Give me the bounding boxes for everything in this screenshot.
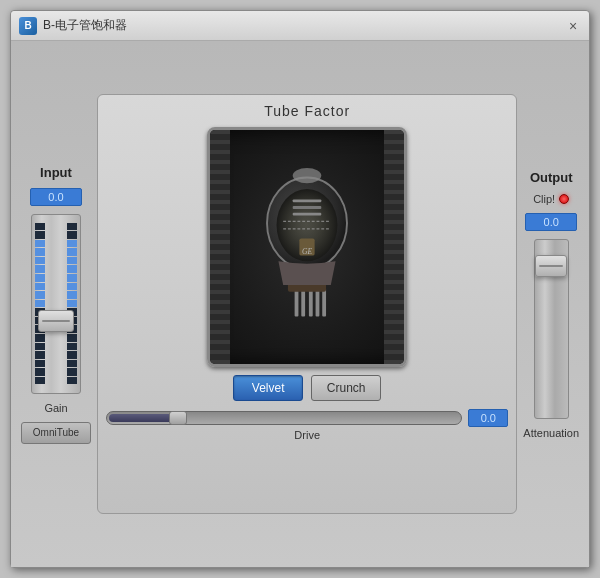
svg-rect-11: [309, 288, 313, 317]
tube-factor-title: Tube Factor: [264, 103, 350, 119]
attenuation-label: Attenuation: [523, 427, 579, 439]
svg-rect-10: [301, 288, 305, 317]
omnitube-button[interactable]: OmniTube: [21, 422, 91, 444]
drive-slider-row: 0.0: [106, 409, 508, 427]
output-value-display[interactable]: 0.0: [525, 213, 577, 231]
svg-rect-3: [293, 206, 322, 209]
close-button[interactable]: ×: [565, 18, 581, 34]
output-fader[interactable]: [534, 239, 569, 419]
clip-label: Clip!: [533, 193, 555, 205]
input-fader[interactable]: [31, 214, 81, 394]
svg-rect-4: [293, 213, 322, 216]
output-label: Output: [530, 170, 573, 185]
input-fader-thumb[interactable]: [38, 310, 74, 332]
main-window: B B-电子管饱和器 × Input 0.0: [10, 10, 590, 568]
input-left-meter: [35, 223, 45, 385]
velvet-button[interactable]: Velvet: [233, 375, 303, 401]
main-content: Input 0.0: [11, 41, 589, 567]
drive-value-display[interactable]: 0.0: [468, 409, 508, 427]
svg-rect-2: [293, 199, 322, 202]
output-fader-thumb[interactable]: [535, 255, 567, 277]
crunch-button[interactable]: Crunch: [311, 375, 381, 401]
svg-text:GE: GE: [302, 247, 312, 256]
svg-point-15: [293, 168, 322, 183]
input-value-display[interactable]: 0.0: [30, 188, 82, 206]
input-label: Input: [40, 165, 72, 180]
gain-label: Gain: [44, 402, 67, 414]
svg-rect-9: [295, 288, 299, 317]
svg-rect-12: [316, 288, 320, 317]
svg-rect-13: [322, 288, 326, 317]
input-right-meter: [67, 223, 77, 385]
clip-led: [559, 194, 569, 204]
app-icon: B: [19, 17, 37, 35]
drive-label: Drive: [294, 429, 320, 441]
title-bar-left: B B-电子管饱和器: [19, 17, 127, 35]
window-title: B-电子管饱和器: [43, 17, 127, 34]
tube-svg: GE: [247, 147, 367, 347]
drive-slider[interactable]: [106, 411, 462, 425]
drive-slider-thumb[interactable]: [169, 411, 187, 425]
mode-button-row: Velvet Crunch: [233, 375, 381, 401]
input-panel: Input 0.0: [21, 165, 91, 444]
tube-display: GE: [207, 127, 407, 367]
output-panel: Output Clip! 0.0 Attenuation: [523, 170, 579, 439]
drive-row: 0.0 Drive: [106, 409, 508, 441]
center-panel: Tube Factor: [97, 94, 517, 514]
title-bar: B B-电子管饱和器 ×: [11, 11, 589, 41]
clip-row: Clip!: [533, 193, 569, 205]
